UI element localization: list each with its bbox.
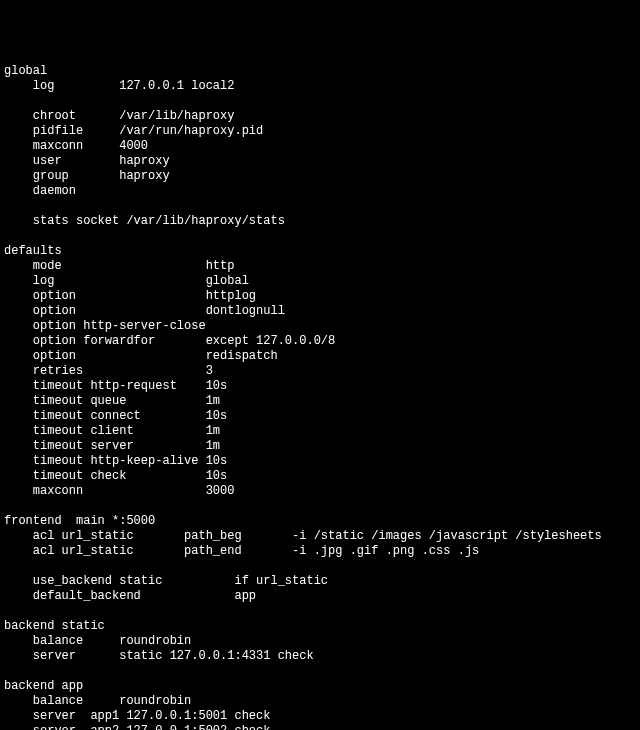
config-content: global log 127.0.0.1 local2 chroot /var/… xyxy=(4,64,602,730)
